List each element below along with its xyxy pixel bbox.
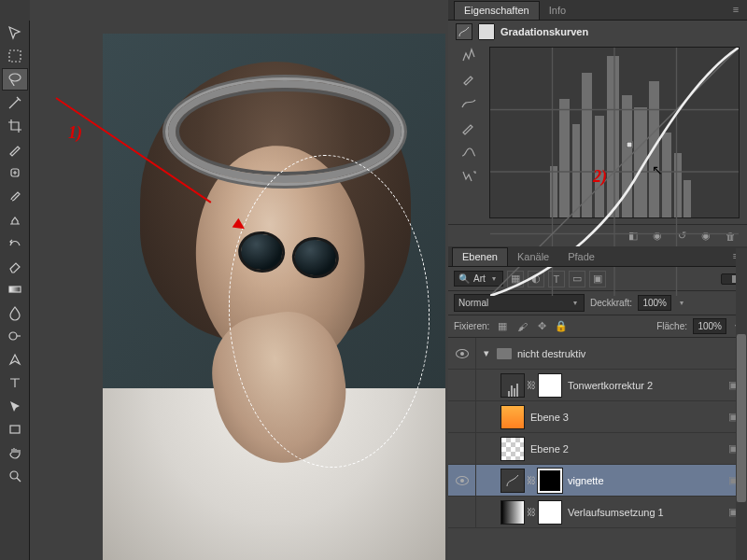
layer-row-selected[interactable]: ⛓ vignette ▣ — [448, 465, 747, 497]
curves-adjustment-icon — [456, 23, 472, 40]
properties-tab-row: Eigenschaften Info ≡ — [448, 0, 747, 21]
hand-tool[interactable] — [2, 441, 28, 464]
layer-name[interactable]: Verlaufsumsetzung 1 — [568, 507, 719, 518]
curves-target-adjust-icon[interactable] — [458, 47, 479, 63]
layers-tab-row: Ebenen Kanäle Pfade ≡ — [448, 246, 747, 267]
document-canvas[interactable] — [103, 34, 445, 547]
visibility-toggle[interactable] — [448, 433, 476, 464]
layer-name[interactable]: Ebene 3 — [530, 412, 719, 423]
curves-editor: 2) ↖ — [448, 43, 747, 224]
lock-pixels-icon[interactable]: 🖌 — [514, 320, 529, 333]
layers-list[interactable]: ▾ nicht destruktiv ⛓ Tonwertkorrektur 2 … — [448, 338, 747, 560]
visibility-toggle[interactable] — [448, 338, 476, 369]
layer-mask-icon — [478, 23, 495, 40]
pen-tool[interactable] — [2, 348, 28, 371]
link-icon[interactable]: ⛓ — [527, 380, 536, 390]
curves-pencil-icon[interactable] — [458, 119, 479, 136]
layer-thumbnail[interactable] — [500, 405, 525, 429]
fill-label: Fläche: — [656, 321, 687, 331]
marquee-tool[interactable] — [2, 45, 28, 67]
curve-control-point[interactable] — [626, 141, 632, 147]
folder-icon — [497, 348, 512, 359]
panel-menu-icon[interactable]: ≡ — [728, 4, 743, 15]
link-icon[interactable]: ⛓ — [527, 507, 536, 517]
properties-header: Gradationskurven — [448, 21, 747, 43]
curves-auto-icon[interactable] — [458, 168, 479, 185]
layer-name[interactable]: vignette — [568, 475, 719, 486]
tab-channels[interactable]: Kanäle — [508, 248, 558, 266]
layer-thumbnail[interactable] — [500, 437, 525, 461]
visibility-toggle[interactable] — [448, 497, 476, 527]
tab-info[interactable]: Info — [540, 2, 575, 20]
healing-brush-tool[interactable] — [2, 161, 28, 184]
opacity-input[interactable]: 100% — [638, 295, 671, 311]
svg-point-4 — [9, 332, 17, 340]
tab-paths[interactable]: Pfade — [558, 248, 604, 266]
gradient-tool[interactable] — [2, 278, 28, 301]
right-panel-group: Eigenschaften Info ≡ Gradationskurven — [448, 0, 747, 560]
properties-title: Gradationskurven — [500, 26, 588, 37]
opacity-label: Deckkraft: — [590, 298, 632, 308]
layer-mask-thumbnail[interactable] — [538, 373, 562, 398]
type-tool[interactable] — [2, 371, 28, 394]
move-tool[interactable] — [2, 21, 28, 44]
svg-rect-3 — [9, 287, 21, 292]
layer-name[interactable]: Ebene 2 — [530, 443, 719, 455]
panel-scrollbar[interactable] — [736, 248, 747, 560]
rectangle-tool[interactable] — [2, 418, 28, 441]
layer-row[interactable]: ⛓ Verlaufsumsetzung 1 ▣ — [448, 497, 747, 528]
layer-row[interactable]: Ebene 2 ▣ — [448, 433, 747, 465]
clone-stamp-tool[interactable] — [2, 208, 28, 231]
curves-eyedropper-icon[interactable] — [458, 71, 479, 88]
blur-tool[interactable] — [2, 301, 28, 324]
brush-tool[interactable] — [2, 185, 28, 207]
lock-row: Fixieren: ▦ 🖌 ✥ 🔒 Fläche: 100% ▾ — [448, 315, 747, 338]
lasso-tool[interactable] — [2, 68, 28, 91]
layer-name[interactable]: Tonwertkorrektur 2 — [568, 380, 719, 391]
lock-label: Fixieren: — [454, 321, 489, 331]
lock-position-icon[interactable]: ✥ — [534, 320, 549, 333]
scrollbar-thumb[interactable] — [737, 334, 746, 502]
svg-rect-0 — [9, 50, 21, 62]
svg-point-6 — [10, 471, 18, 479]
blend-mode-select[interactable]: Normal▾ — [454, 294, 585, 312]
eye-icon — [456, 349, 469, 358]
eye-icon — [456, 476, 469, 485]
eraser-tool[interactable] — [2, 255, 28, 277]
layer-name[interactable]: nicht destruktiv — [517, 348, 741, 359]
layer-group-row[interactable]: ▾ nicht destruktiv — [448, 338, 747, 370]
visibility-toggle[interactable] — [448, 465, 476, 496]
zoom-tool[interactable] — [2, 465, 28, 487]
path-selection-tool[interactable] — [2, 395, 28, 417]
levels-adjustment-icon — [500, 373, 525, 398]
eyedropper-tool[interactable] — [2, 138, 28, 161]
mouse-cursor-icon: ↖ — [652, 162, 663, 177]
lock-all-icon[interactable]: 🔒 — [554, 320, 569, 333]
opacity-dropdown-icon[interactable]: ▾ — [677, 299, 686, 307]
layer-mask-thumbnail[interactable] — [538, 469, 562, 493]
canvas-area[interactable]: 1) — [30, 0, 448, 560]
link-icon[interactable]: ⛓ — [527, 475, 536, 485]
history-brush-tool[interactable] — [2, 231, 28, 254]
curves-smooth-icon[interactable] — [458, 95, 479, 112]
gradient-map-icon — [500, 500, 525, 525]
curves-edit-points-icon[interactable] — [458, 144, 479, 161]
curves-adjustment-icon — [500, 469, 525, 493]
crop-tool[interactable] — [2, 115, 28, 137]
lock-transparency-icon[interactable]: ▦ — [495, 320, 510, 333]
dodge-tool[interactable] — [2, 325, 28, 347]
layer-row[interactable]: Ebene 3 ▣ — [448, 401, 747, 433]
layer-row[interactable]: ⛓ Tonwertkorrektur 2 ▣ — [448, 370, 747, 401]
magic-wand-tool[interactable] — [2, 91, 28, 114]
layer-mask-thumbnail[interactable] — [538, 500, 562, 525]
tab-properties[interactable]: Eigenschaften — [454, 1, 540, 20]
curves-tool-column — [456, 47, 482, 220]
visibility-toggle[interactable] — [448, 401, 476, 432]
curves-graph[interactable]: 2) ↖ — [489, 47, 740, 218]
visibility-toggle[interactable] — [448, 370, 476, 400]
toolbar-header — [0, 0, 30, 21]
fill-input[interactable]: 100% — [693, 318, 726, 334]
disclosure-triangle-icon[interactable]: ▾ — [482, 347, 491, 359]
annotation-label-2: 2) — [593, 167, 607, 187]
tab-layers[interactable]: Ebenen — [452, 247, 508, 266]
